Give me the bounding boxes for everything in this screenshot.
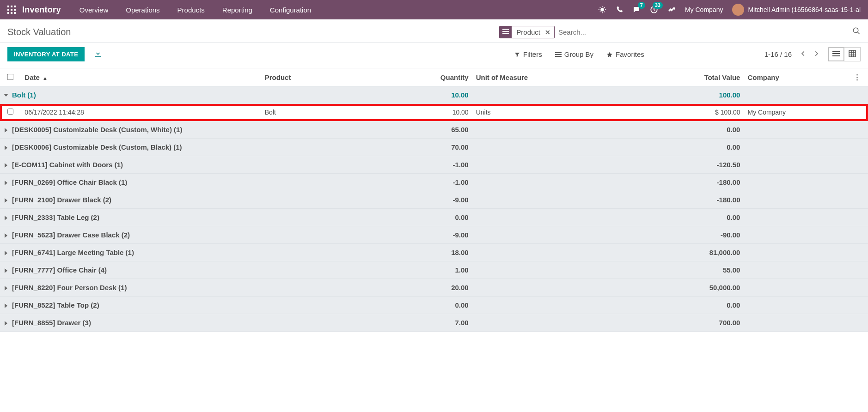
svg-rect-1 <box>11 6 12 7</box>
sort-asc-icon: ▲ <box>43 75 48 81</box>
svg-rect-20 <box>832 53 840 54</box>
col-quantity[interactable]: Quantity <box>411 68 472 86</box>
group-row[interactable]: [FURN_2333] Table Leg (2)0.000.00 <box>0 209 868 226</box>
download-icon[interactable] <box>94 49 102 59</box>
favorites-button[interactable]: Favorites <box>606 50 644 58</box>
list-view-icon[interactable] <box>828 47 844 61</box>
group-row[interactable]: [FURN_8220] Four Person Desk (1)20.0050,… <box>0 279 868 297</box>
col-company[interactable]: Company <box>744 68 850 86</box>
svg-rect-2 <box>14 6 16 7</box>
group-row[interactable]: [FURN_0269] Office Chair Black (1)-1.00-… <box>0 174 868 191</box>
pager-value[interactable]: 1-16 / 16 <box>764 50 792 58</box>
company-switcher[interactable]: My Company <box>685 6 723 13</box>
select-all-checkbox[interactable] <box>7 73 14 80</box>
svg-rect-13 <box>502 33 509 34</box>
pivot-view-icon[interactable] <box>844 47 861 61</box>
svg-rect-21 <box>832 55 840 56</box>
data-row[interactable]: 06/17/2022 11:44:28Bolt10.00Units$ 100.0… <box>0 104 868 121</box>
col-uom[interactable]: Unit of Measure <box>472 68 649 86</box>
filters-button[interactable]: Filters <box>514 50 542 58</box>
groupby-facet-icon <box>500 26 512 38</box>
page-title: Stock Valuation <box>7 27 71 37</box>
nav-operations[interactable]: Operations <box>126 6 159 14</box>
search-input[interactable] <box>555 26 850 38</box>
svg-point-9 <box>600 8 604 12</box>
svg-rect-3 <box>7 9 9 11</box>
col-total-value[interactable]: Total Value <box>649 68 744 86</box>
svg-rect-17 <box>555 54 562 55</box>
nav-overview[interactable]: Overview <box>79 6 109 14</box>
svg-rect-4 <box>11 9 12 11</box>
main-nav: Inventory Overview Operations Products R… <box>0 0 868 19</box>
facet-remove-icon[interactable]: ✕ <box>545 29 554 36</box>
svg-point-14 <box>853 28 858 33</box>
avatar <box>732 4 744 16</box>
nav-products[interactable]: Products <box>177 6 205 14</box>
group-row[interactable]: [FURN_7777] Office Chair (4)1.0055.00 <box>0 261 868 279</box>
pager-next-icon[interactable] <box>813 50 819 58</box>
svg-line-15 <box>857 32 860 34</box>
valuation-table: Date▲ Product Quantity Unit of Measure T… <box>0 68 868 332</box>
tools-icon[interactable] <box>667 6 676 14</box>
svg-rect-16 <box>555 52 562 53</box>
row-checkbox[interactable] <box>7 109 13 115</box>
col-product[interactable]: Product <box>261 68 411 86</box>
activities-badge: 33 <box>653 2 663 9</box>
svg-rect-0 <box>7 6 9 7</box>
group-row[interactable]: [FURN_6741] Large Meeting Table (1)18.00… <box>0 244 868 261</box>
control-panel-top: Stock Valuation Product ✕ <box>0 19 868 42</box>
favorites-label: Favorites <box>616 50 644 58</box>
svg-rect-22 <box>849 50 856 57</box>
svg-rect-7 <box>11 12 12 14</box>
groupby-button[interactable]: Group By <box>555 50 593 58</box>
messaging-badge: 7 <box>638 2 645 9</box>
user-menu[interactable]: Mitchell Admin (16566864-saas-15-1-al <box>732 4 861 16</box>
svg-rect-18 <box>555 56 562 57</box>
debug-icon[interactable] <box>598 6 606 14</box>
app-brand[interactable]: Inventory <box>22 5 61 15</box>
inventory-at-date-button[interactable]: INVENTORY AT DATE <box>7 47 85 61</box>
svg-rect-8 <box>14 12 16 14</box>
group-row[interactable]: [FURN_8522] Table Top (2)0.000.00 <box>0 297 868 314</box>
svg-rect-12 <box>502 31 509 32</box>
group-row[interactable]: [E-COM11] Cabinet with Doors (1)-1.00-12… <box>0 156 868 174</box>
group-row[interactable]: Bolt (1)10.00100.00 <box>0 86 868 104</box>
user-name: Mitchell Admin (16566864-saas-15-1-al <box>748 6 861 13</box>
table-header-row: Date▲ Product Quantity Unit of Measure T… <box>0 68 868 86</box>
facet-label: Product <box>512 26 545 38</box>
search-facet-product[interactable]: Product ✕ <box>499 26 555 38</box>
group-row[interactable]: [DESK0005] Customizable Desk (Custom, Wh… <box>0 121 868 139</box>
phone-icon[interactable] <box>616 6 623 13</box>
svg-rect-6 <box>7 12 9 14</box>
group-row[interactable]: [FURN_2100] Drawer Black (2)-9.00-180.00 <box>0 191 868 209</box>
groupby-label: Group By <box>564 50 593 58</box>
nav-configuration[interactable]: Configuration <box>270 6 311 14</box>
pager-prev-icon[interactable] <box>800 50 807 58</box>
svg-rect-19 <box>832 51 840 52</box>
group-row[interactable]: [FURN_5623] Drawer Case Black (2)-9.00-9… <box>0 226 868 244</box>
group-row[interactable]: [FURN_8855] Drawer (3)7.00700.00 <box>0 314 868 332</box>
svg-rect-11 <box>502 29 509 30</box>
optional-columns-icon[interactable]: ⋮ <box>854 73 861 81</box>
apps-icon[interactable] <box>7 6 16 14</box>
group-row[interactable]: [DESK0006] Customizable Desk (Custom, Bl… <box>0 139 868 156</box>
activities-icon[interactable]: 33 <box>650 6 658 14</box>
svg-rect-5 <box>14 9 16 11</box>
filters-label: Filters <box>523 50 542 58</box>
control-panel-bottom: INVENTORY AT DATE Filters Group By Favor… <box>0 42 868 68</box>
search-icon[interactable] <box>852 27 861 37</box>
messaging-icon[interactable]: 7 <box>632 6 641 14</box>
nav-reporting[interactable]: Reporting <box>222 6 252 14</box>
col-date[interactable]: Date▲ <box>21 68 261 86</box>
